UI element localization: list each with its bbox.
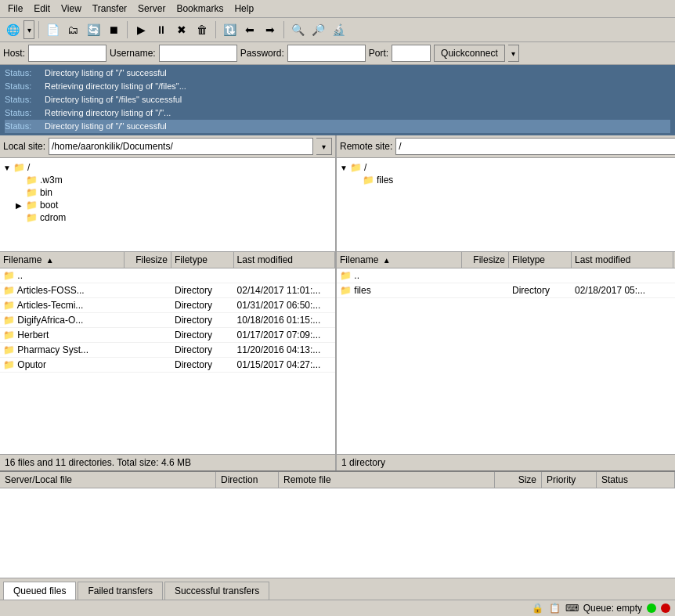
password-input[interactable]: [287, 45, 366, 62]
local-file-row-1[interactable]: 📁 Articles-FOSS... Directory 02/14/2017 …: [0, 283, 335, 298]
local-file-row-6[interactable]: 📁 Oputor Directory 01/15/2017 04:27:...: [0, 358, 335, 373]
menu-view[interactable]: View: [56, 2, 86, 16]
port-input[interactable]: [392, 45, 431, 62]
log-line-3: Status: Retrieving directory listing of …: [5, 106, 670, 120]
remote-site-input[interactable]: [395, 138, 675, 155]
local-file-row-4[interactable]: 📁 Herbert Directory 01/17/2017 07:09:...: [0, 328, 335, 343]
local-file-cell-name-5: 📁 Pharmacy Syst...: [0, 343, 125, 357]
local-file-cell-type-5: Directory: [171, 343, 234, 357]
clear-btn[interactable]: 🗑: [193, 20, 211, 39]
log-text-3: Retrieving directory listing of "/"...: [45, 106, 171, 120]
transfer-col-priority[interactable]: Priority: [542, 472, 597, 488]
host-input[interactable]: [28, 45, 106, 62]
remote-folder-icon-files: 📁: [363, 175, 374, 186]
local-tree-bin[interactable]: 📁 bin: [16, 186, 332, 199]
update-btn[interactable]: 🗂: [63, 20, 82, 39]
local-site-input[interactable]: [49, 138, 313, 155]
local-panel-status: 16 files and 11 directories. Total size:…: [0, 454, 335, 470]
local-site-dropdown[interactable]: ▾: [316, 138, 332, 155]
local-file-row-5[interactable]: 📁 Pharmacy Syst... Directory 11/20/2016 …: [0, 343, 335, 358]
remote-col-filename[interactable]: Filename ▲: [337, 252, 462, 268]
tab-queued[interactable]: Queued files: [3, 582, 76, 600]
quickconnect-button[interactable]: Quickconnect: [434, 45, 505, 62]
local-tree-w3m[interactable]: 📁 .w3m: [16, 174, 332, 186]
lock-icon: 🔒: [532, 602, 544, 614]
stop-btn[interactable]: ⏸: [152, 20, 171, 39]
local-file-cell-name-2: 📁 Articles-Tecmi...: [0, 298, 125, 312]
host-label: Host:: [3, 48, 25, 59]
quickconnect-dropdown[interactable]: ▾: [508, 45, 519, 62]
local-tree-cdrom[interactable]: 📁 cdrom: [16, 211, 332, 224]
tree-arrow-root: ▼: [3, 164, 11, 172]
menu-bookmarks[interactable]: Bookmarks: [171, 2, 228, 16]
username-label: Username:: [110, 48, 156, 59]
tab-successful[interactable]: Successful transfers: [164, 582, 269, 600]
remote-tree-files[interactable]: 📁 files: [352, 174, 675, 186]
remote-file-cell-size-0: [462, 274, 509, 277]
refresh-local-btn[interactable]: 🔃: [220, 20, 239, 39]
disconnect-btn[interactable]: ⏹: [104, 20, 123, 39]
remote-file-cell-mod-1: 02/18/2017 05:...: [572, 283, 673, 297]
remote-file-row-0[interactable]: 📁 ..: [337, 268, 675, 283]
remote-col-filesize[interactable]: Filesize: [462, 252, 509, 268]
local-file-cell-mod-3: 10/18/2016 01:15:...: [234, 313, 335, 327]
local-file-row-0[interactable]: 📁 ..: [0, 268, 335, 283]
local-file-cell-type-4: Directory: [171, 328, 234, 342]
back-btn[interactable]: ⬅: [240, 20, 259, 39]
folder-icon-cdrom: 📁: [26, 212, 38, 223]
new-site-btn[interactable]: 🌐: [3, 20, 22, 39]
tree-arrow-boot: ▶: [16, 201, 23, 210]
local-col-filetype[interactable]: Filetype: [171, 252, 234, 268]
cancel-btn[interactable]: ✖: [172, 20, 191, 39]
remote-file-cell-name-1: 📁 files: [337, 283, 462, 297]
reconnect-btn[interactable]: 🔄: [84, 20, 103, 39]
local-file-row-3[interactable]: 📁 DigifyAfrica-O... Directory 10/18/2016…: [0, 313, 335, 328]
local-file-cell-name-0: 📁 ..: [0, 268, 125, 283]
keyboard-icon: ⌨: [566, 602, 579, 614]
menu-edit[interactable]: Edit: [29, 2, 55, 16]
remote-col-lastmod[interactable]: Last modified: [572, 252, 673, 268]
local-file-cell-type-1: Directory: [171, 283, 234, 297]
username-input[interactable]: [159, 45, 237, 62]
menu-help[interactable]: Help: [229, 2, 258, 16]
open-sftp-btn[interactable]: 📄: [43, 20, 62, 39]
local-col-lastmod[interactable]: Last modified: [234, 252, 335, 268]
transfer-col-remotefile[interactable]: Remote file: [279, 472, 495, 488]
remote-col-filetype[interactable]: Filetype: [509, 252, 572, 268]
forward-btn[interactable]: ➡: [261, 20, 280, 39]
new-site-dropdown[interactable]: ▾: [23, 20, 34, 39]
remote-file-row-1[interactable]: 📁 files Directory 02/18/2017 05:... drw: [337, 283, 675, 298]
menu-transfer[interactable]: Transfer: [88, 2, 132, 16]
remote-tree-root[interactable]: ▼ 📁 /: [340, 161, 675, 174]
local-tree-root[interactable]: ▼ 📁 /: [3, 161, 332, 174]
local-tree-boot[interactable]: ▶ 📁 boot: [16, 199, 332, 211]
local-file-row-2[interactable]: 📁 Articles-Tecmi... Directory 01/31/2017…: [0, 298, 335, 313]
local-site-bar: Local site: ▾: [0, 135, 335, 158]
local-file-cell-size-4: [125, 333, 171, 337]
local-col-filename[interactable]: Filename ▲: [0, 252, 125, 268]
tab-bar: Queued files Failed transfers Successful…: [0, 578, 675, 600]
search-btn[interactable]: 🔍: [288, 20, 307, 39]
local-col-filesize[interactable]: Filesize: [125, 252, 171, 268]
compare-btn[interactable]: 🔬: [329, 20, 348, 39]
local-file-cell-name-3: 📁 DigifyAfrica-O...: [0, 313, 125, 327]
remote-tree: ▼ 📁 / 📁 files: [337, 158, 675, 252]
remote-file-cell-name-0: 📁 ..: [337, 268, 462, 283]
transfer-col-status[interactable]: Status: [597, 472, 675, 488]
transfer-col-serverfile[interactable]: Server/Local file: [0, 472, 216, 488]
queue-status: Queue: empty: [583, 603, 642, 614]
menu-file[interactable]: File: [3, 2, 27, 16]
transfer-col-direction[interactable]: Direction: [216, 472, 279, 488]
local-tree: ▼ 📁 / 📁 .w3m 📁 bin ▶ 📁 boot 📁: [0, 158, 335, 252]
bottom-bar: 🔒 📋 ⌨ Queue: empty: [0, 600, 675, 616]
log-text-2: Directory listing of "/files" successful: [45, 93, 182, 106]
transfer-header: Server/Local file Direction Remote file …: [0, 472, 675, 488]
menu-server[interactable]: Server: [133, 2, 170, 16]
tab-failed[interactable]: Failed transfers: [78, 582, 163, 600]
transfer-col-size[interactable]: Size: [495, 472, 542, 488]
process-queue-btn[interactable]: ▶: [132, 20, 150, 39]
local-file-list-header: Filename ▲ Filesize Filetype Last modifi…: [0, 252, 335, 268]
toolbar-sep-3: [215, 21, 216, 38]
browse-btn[interactable]: 🔎: [309, 20, 327, 39]
local-site-label: Local site:: [3, 141, 45, 152]
